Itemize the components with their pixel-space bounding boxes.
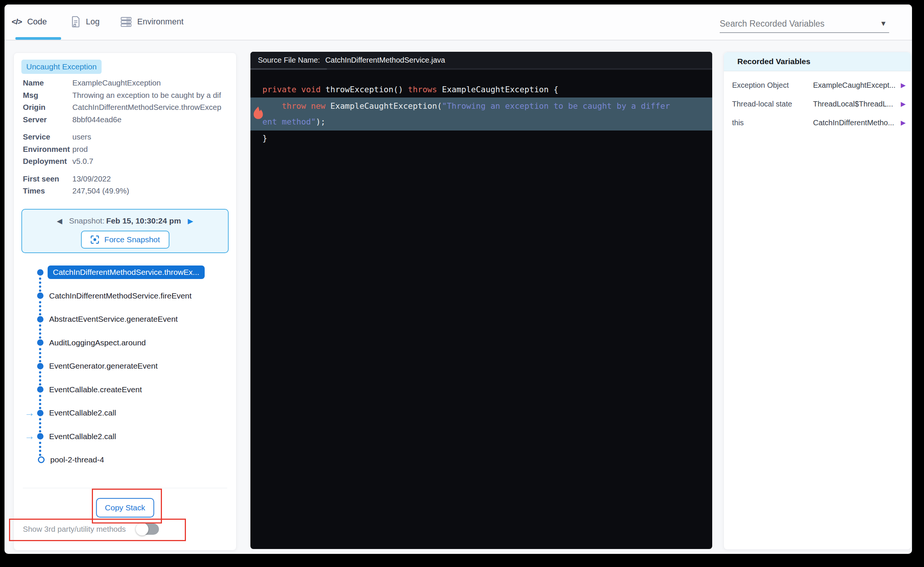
expand-triangle-icon[interactable]: ▶ bbox=[901, 119, 906, 127]
third-party-toggle-label: Show 3rd party/utility methods bbox=[23, 525, 126, 534]
recorded-variables-header: Recorded Variables bbox=[724, 52, 911, 71]
snapshot-nav: ◀ Snapshot: Feb 15, 10:30:24 pm ▶ bbox=[22, 217, 228, 226]
stack-frame-row[interactable]: CatchInDifferentMethodService.fireEvent bbox=[21, 284, 229, 308]
stack-frame-label[interactable]: AbstractEventService.generateEvent bbox=[49, 314, 178, 323]
highlighted-code-block: throw new ExampleCaughtException("Throwi… bbox=[250, 98, 712, 131]
environment-icon bbox=[121, 17, 132, 27]
code-line: throw new ExampleCaughtException("Throwi… bbox=[250, 98, 712, 114]
field-group: First seen13/09/2022Times247,504 (49.9%) bbox=[23, 173, 232, 197]
exception-panel: Uncaught Exception NameExampleCaughtExce… bbox=[14, 53, 237, 550]
stack-frame-row[interactable]: pool-2-thread-4 bbox=[21, 448, 229, 472]
code-line: } bbox=[250, 131, 712, 146]
field-label: Origin bbox=[23, 101, 72, 114]
frame-bullet-icon bbox=[37, 363, 44, 369]
variable-name: Thread-local state bbox=[732, 100, 792, 108]
editor-header: Source File Name: CatchInDifferentMethod… bbox=[250, 52, 712, 70]
variable-row[interactable]: Exception ObjectExampleCaughtExcept...▶ bbox=[724, 76, 911, 95]
recorded-variables-panel: Recorded Variables Exception ObjectExamp… bbox=[723, 52, 911, 550]
variable-row[interactable]: Thread-local stateThreadLocal$ThreadL...… bbox=[724, 95, 911, 113]
stack-frame-label[interactable]: AuditLoggingAspect.around bbox=[49, 338, 146, 347]
stack-frame-label[interactable]: EventCallable2.call bbox=[49, 432, 116, 441]
tab-environment[interactable]: Environment bbox=[121, 5, 184, 39]
third-party-toggle-row: Show 3rd party/utility methods bbox=[23, 521, 159, 537]
exception-fields: NameExampleCaughtExceptionMsgThrowing an… bbox=[23, 77, 232, 203]
field-row: Serviceusers bbox=[23, 131, 232, 143]
frame-bullet-icon bbox=[37, 433, 44, 439]
source-file-label: Source File Name: bbox=[258, 56, 320, 65]
field-label: Deployment bbox=[23, 155, 72, 168]
snapshot-datetime: Feb 15, 10:30:24 pm bbox=[106, 217, 181, 225]
entry-arrow-icon: → bbox=[24, 408, 34, 418]
stack-frame-row[interactable]: →EventCallable2.call bbox=[21, 401, 229, 425]
code-token: new bbox=[311, 101, 326, 111]
expand-triangle-icon[interactable]: ▶ bbox=[901, 100, 906, 108]
field-row: Environmentprod bbox=[23, 143, 232, 156]
chevron-down-icon: ▼ bbox=[880, 20, 887, 28]
search-placeholder: Search Recorded Variables bbox=[720, 19, 825, 29]
code-token: throws bbox=[408, 85, 437, 94]
field-row: Deploymentv5.0.7 bbox=[23, 155, 232, 168]
code-editor: Source File Name: CatchInDifferentMethod… bbox=[250, 52, 712, 549]
log-icon bbox=[71, 16, 81, 27]
tab-code[interactable]: </> Code bbox=[12, 5, 47, 39]
stack-frame-row[interactable]: →EventCallable2.call bbox=[21, 425, 229, 448]
stack-frame-row[interactable]: AuditLoggingAspect.around bbox=[21, 331, 229, 355]
third-party-toggle[interactable] bbox=[136, 523, 159, 535]
stack-frame-label[interactable]: EventGenerator.generateEvent bbox=[49, 361, 158, 370]
variable-row[interactable]: thisCatchInDifferentMetho...▶ bbox=[724, 113, 911, 132]
snapshot-label: Snapshot: bbox=[69, 217, 105, 225]
snapshot-next-icon[interactable]: ▶ bbox=[188, 217, 194, 226]
stack-frame-row[interactable]: CatchInDifferentMethodService.throwEx... bbox=[21, 261, 229, 284]
field-value: Throwing an exception to be caught by a … bbox=[72, 89, 221, 102]
code-token: ExampleCaughtException { bbox=[437, 85, 558, 94]
tab-log[interactable]: Log bbox=[71, 5, 100, 39]
code-token: ); bbox=[316, 117, 326, 126]
search-recorded-variables-select[interactable]: Search Recorded Variables ▼ bbox=[720, 15, 889, 33]
stack-frame-label[interactable]: EventCallable2.call bbox=[49, 408, 116, 417]
variable-name: Exception Object bbox=[732, 81, 789, 90]
field-row: Times247,504 (49.9%) bbox=[23, 185, 232, 197]
code-icon: </> bbox=[12, 17, 22, 26]
frame-bullet-icon bbox=[37, 410, 44, 416]
frame-bullet-icon bbox=[37, 386, 44, 393]
field-label: Environment bbox=[23, 143, 72, 156]
tab-log-label: Log bbox=[86, 17, 100, 27]
field-label: Server bbox=[23, 114, 72, 126]
field-value: users bbox=[72, 131, 91, 143]
snapshot-prev-icon[interactable]: ◀ bbox=[57, 217, 63, 226]
force-snapshot-label: Force Snapshot bbox=[104, 235, 160, 244]
field-row: First seen13/09/2022 bbox=[23, 173, 232, 185]
code-token bbox=[297, 85, 302, 94]
field-group: ServiceusersEnvironmentprodDeploymentv5.… bbox=[23, 131, 232, 168]
force-snapshot-button[interactable]: Force Snapshot bbox=[81, 231, 170, 249]
code-token: } bbox=[262, 134, 267, 143]
stack-frame-row[interactable]: EventGenerator.generateEvent bbox=[21, 354, 229, 378]
stack-trace-list: CatchInDifferentMethodService.throwEx...… bbox=[21, 261, 229, 472]
stack-frame-label[interactable]: EventCallable.createEvent bbox=[49, 385, 142, 394]
field-label: First seen bbox=[23, 173, 72, 185]
variable-name: this bbox=[732, 119, 744, 127]
field-value: CatchInDifferentMethodService.throwExcep bbox=[72, 101, 221, 114]
code-area[interactable]: private void throwException() throws Exa… bbox=[250, 70, 712, 146]
code-token: "Throwing an exception to be caught by a… bbox=[442, 101, 670, 111]
field-value: prod bbox=[72, 143, 88, 156]
variable-value: ExampleCaughtExcept... bbox=[813, 81, 896, 90]
field-group: NameExampleCaughtExceptionMsgThrowing an… bbox=[23, 77, 232, 126]
field-label: Times bbox=[23, 185, 72, 197]
exception-type-badge: Uncaught Exception bbox=[21, 60, 102, 74]
exception-flame-icon bbox=[251, 106, 266, 122]
copy-stack-button[interactable]: Copy Stack bbox=[96, 498, 154, 517]
field-label: Service bbox=[23, 131, 72, 143]
frame-bullet-icon bbox=[37, 292, 44, 299]
top-tab-bar: </> Code Log E bbox=[4, 5, 912, 41]
expand-triangle-icon[interactable]: ▶ bbox=[901, 81, 906, 89]
variable-value: ThreadLocal$ThreadL... bbox=[813, 100, 893, 108]
variable-value: CatchInDifferentMetho... bbox=[813, 119, 894, 127]
stack-frame-row[interactable]: EventCallable.createEvent bbox=[21, 378, 229, 402]
stack-frame-label[interactable]: CatchInDifferentMethodService.fireEvent bbox=[49, 291, 192, 300]
frame-bullet-icon bbox=[37, 339, 44, 346]
stack-frame-row[interactable]: AbstractEventService.generateEvent bbox=[21, 307, 229, 331]
stack-frame-label[interactable]: CatchInDifferentMethodService.throwEx... bbox=[48, 266, 205, 279]
stack-frame-label[interactable]: pool-2-thread-4 bbox=[50, 455, 104, 464]
header-underline-segment bbox=[250, 68, 327, 70]
